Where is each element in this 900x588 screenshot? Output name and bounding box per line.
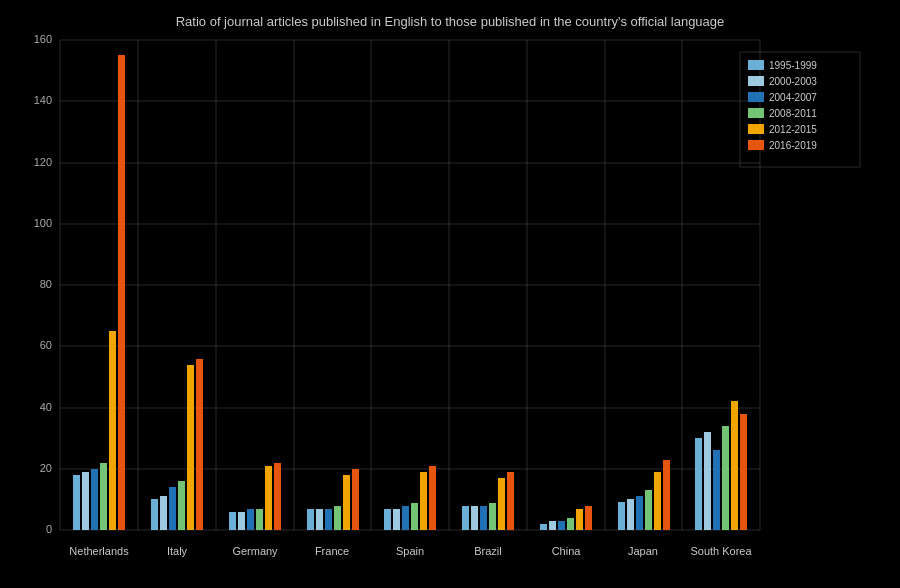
bar <box>352 469 359 530</box>
bar <box>567 518 574 530</box>
svg-rect-33 <box>748 92 764 102</box>
svg-text:2004-2007: 2004-2007 <box>769 92 817 103</box>
bar <box>636 496 643 530</box>
bar <box>540 524 547 530</box>
bar <box>549 521 556 530</box>
bar <box>507 472 514 530</box>
svg-text:2000-2003: 2000-2003 <box>769 76 817 87</box>
svg-text:140: 140 <box>34 94 52 106</box>
bar <box>334 506 341 530</box>
svg-text:100: 100 <box>34 217 52 229</box>
bar <box>196 359 203 530</box>
bar <box>274 463 281 530</box>
bar <box>498 478 505 530</box>
bar <box>722 426 729 530</box>
bar <box>704 432 711 530</box>
bar <box>471 506 478 530</box>
svg-text:60: 60 <box>40 339 52 351</box>
bar <box>576 509 583 530</box>
bar <box>420 472 427 530</box>
bar <box>618 502 625 530</box>
bar <box>256 509 263 530</box>
bar-chart: .axis-label { fill: #aaa; font-size: 11p… <box>0 0 900 588</box>
bar <box>645 490 652 530</box>
bar <box>238 512 245 530</box>
bar <box>109 331 116 530</box>
bar <box>731 401 738 530</box>
bar <box>307 509 314 530</box>
bar <box>187 365 194 530</box>
bar <box>178 481 185 530</box>
svg-text:1995-1999: 1995-1999 <box>769 60 817 71</box>
svg-rect-35 <box>748 108 764 118</box>
svg-text:120: 120 <box>34 156 52 168</box>
svg-text:2012-2015: 2012-2015 <box>769 124 817 135</box>
bar <box>73 475 80 530</box>
country-label-italy: Italy <box>167 545 188 557</box>
bar <box>100 463 107 530</box>
country-label-japan: Japan <box>628 545 658 557</box>
bar <box>489 503 496 530</box>
bar <box>169 487 176 530</box>
svg-text:0: 0 <box>46 523 52 535</box>
bar <box>713 450 720 530</box>
bar <box>480 506 487 530</box>
bar <box>160 496 167 530</box>
svg-rect-39 <box>748 140 764 150</box>
bar <box>585 506 592 530</box>
bar <box>627 499 634 530</box>
bar <box>118 55 125 530</box>
bar <box>91 469 98 530</box>
country-label-germany: Germany <box>232 545 278 557</box>
svg-text:2016-2019: 2016-2019 <box>769 140 817 151</box>
country-label-spain: Spain <box>396 545 424 557</box>
country-label-south-korea: South Korea <box>690 545 752 557</box>
country-label-china: China <box>552 545 582 557</box>
svg-text:20: 20 <box>40 462 52 474</box>
bar <box>393 509 400 530</box>
bar <box>462 506 469 530</box>
bar <box>384 509 391 530</box>
bar <box>229 512 236 530</box>
country-label-france: France <box>315 545 349 557</box>
bar <box>151 499 158 530</box>
bar <box>343 475 350 530</box>
svg-text:2008-2011: 2008-2011 <box>769 108 817 119</box>
bar <box>663 460 670 530</box>
bar <box>316 509 323 530</box>
bar <box>558 521 565 530</box>
svg-rect-29 <box>748 60 764 70</box>
bar <box>654 472 661 530</box>
bar <box>429 466 436 530</box>
bar <box>695 438 702 530</box>
bar <box>82 472 89 530</box>
bar <box>247 509 254 530</box>
chart-container: Ratio of journal articles published in E… <box>0 0 900 588</box>
svg-text:80: 80 <box>40 278 52 290</box>
svg-text:40: 40 <box>40 401 52 413</box>
svg-rect-31 <box>748 76 764 86</box>
bar <box>325 509 332 530</box>
country-label-netherlands: Netherlands <box>69 545 129 557</box>
bar <box>740 414 747 530</box>
bar <box>265 466 272 530</box>
country-label-brazil: Brazil <box>474 545 502 557</box>
svg-rect-37 <box>748 124 764 134</box>
bar <box>411 503 418 530</box>
bar <box>402 506 409 530</box>
svg-text:160: 160 <box>34 33 52 45</box>
